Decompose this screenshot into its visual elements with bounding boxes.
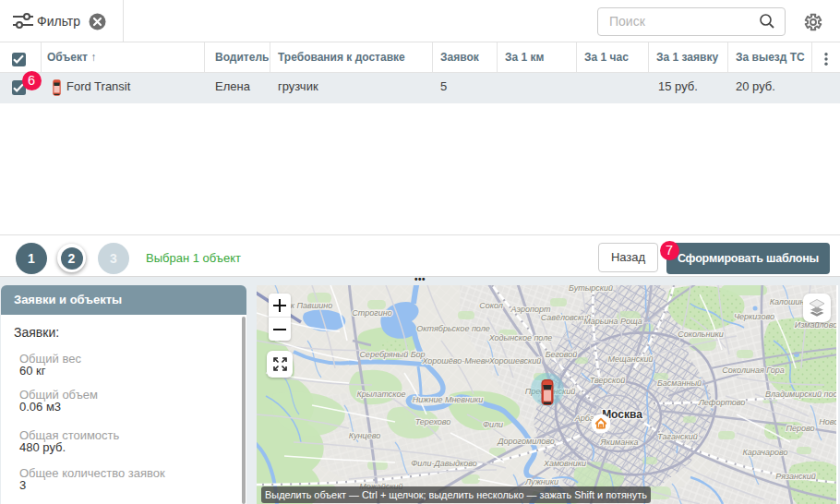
svg-text:ок Павшино: ок Павшино <box>286 301 332 310</box>
svg-text:Нижние Мневники: Нижние Мневники <box>413 395 484 404</box>
svg-text:Соколиная Гора: Соколиная Гора <box>722 366 784 375</box>
svg-text:Крылатское: Крылатское <box>356 390 405 399</box>
svg-text:Ходынское поле: Ходынское поле <box>488 333 552 342</box>
svg-text:Сокольники: Сокольники <box>678 330 724 339</box>
svg-text:Хорошевский: Хорошевский <box>488 356 542 366</box>
svg-text:Строгино: Строгино <box>352 308 391 318</box>
svg-text:Черкизово: Черкизово <box>734 312 774 321</box>
svg-text:Фили-Давыдково: Фили-Давыдково <box>411 459 477 468</box>
svg-text:Басманный: Басманный <box>657 378 702 388</box>
svg-text:Хамовники: Хамовники <box>543 459 586 468</box>
svg-text:Серебряный Бор: Серебряный Бор <box>359 350 425 359</box>
svg-text:Дорогомилово: Дорогомилово <box>497 437 554 446</box>
svg-text:Лужники: Лужники <box>524 477 558 486</box>
svg-text:Тверской: Тверской <box>590 376 625 385</box>
svg-text:Бутырский: Бутырский <box>569 285 613 293</box>
svg-text:Лефортово: Лефортово <box>698 398 746 407</box>
svg-text:Беговой: Беговой <box>546 350 578 359</box>
svg-text:Владимирский посёл: Владимирский посёл <box>765 390 838 399</box>
svg-text:Мещанский: Мещанский <box>608 354 654 364</box>
svg-text:Рязанский: Рязанский <box>775 472 816 481</box>
svg-text:Сокол: Сокол <box>479 301 503 310</box>
svg-text:Октябрьское поле: Октябрьское поле <box>416 324 489 333</box>
svg-text:Терехово: Терехово <box>415 417 451 426</box>
svg-text:Перово: Перово <box>786 424 814 433</box>
svg-text:Якиманка: Якиманка <box>600 438 639 447</box>
svg-text:Карачарово: Карачарово <box>743 448 788 457</box>
svg-text:Таганский: Таганский <box>657 432 697 441</box>
svg-text:Новог: Новог <box>819 417 838 426</box>
svg-text:Кунцево: Кунцево <box>349 431 380 440</box>
svg-text:Фили: Фили <box>483 420 503 429</box>
svg-text:Марьина Роща: Марьина Роща <box>583 317 642 326</box>
